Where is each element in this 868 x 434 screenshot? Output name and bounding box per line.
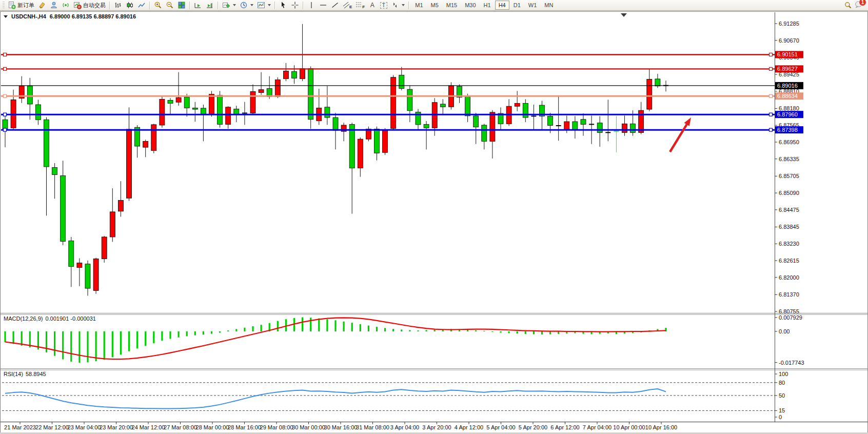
cursor-button[interactable]: [278, 1, 289, 10]
candle-bearish: [349, 124, 354, 168]
chart-canvas[interactable]: 6.912856.906706.900406.894256.888106.881…: [0, 0, 868, 434]
timeframe-m30-button[interactable]: M30: [461, 1, 479, 10]
signal-icon: [62, 1, 70, 9]
line-chart-button[interactable]: [136, 1, 147, 10]
chevron-down-icon: [233, 4, 236, 6]
chevron-down-icon: [268, 4, 271, 6]
chevron-down-icon: [402, 4, 405, 6]
timeframe-m1-button[interactable]: M1: [411, 1, 426, 10]
candle-bearish: [325, 107, 330, 117]
fibonacci-button[interactable]: F: [354, 1, 366, 10]
line-anchor-handle[interactable]: [4, 67, 7, 70]
profile-button[interactable]: [48, 1, 60, 10]
new-order-label: 新订单: [17, 2, 34, 9]
indicators-button[interactable]: [221, 1, 238, 10]
profile-icon: [50, 1, 58, 9]
line-anchor-handle[interactable]: [770, 94, 773, 97]
toolbar-separator: [274, 2, 275, 9]
chart-shift-button[interactable]: [204, 1, 215, 10]
macd-indicator-label: MACD(12,26,9)0.001901 -0.000031: [4, 315, 96, 322]
timeframe-h1-button[interactable]: H1: [480, 1, 495, 10]
time-tick-label: 5 Apr 20:00: [519, 424, 547, 430]
time-tick-label: 5 Apr 04:00: [486, 424, 515, 430]
zoom-out-button[interactable]: [164, 1, 175, 10]
channel-button[interactable]: E: [341, 1, 353, 10]
periods-button[interactable]: [238, 1, 255, 10]
line-anchor-handle[interactable]: [770, 67, 773, 70]
rsi-tick-label: 15: [779, 407, 785, 413]
line-anchor-handle[interactable]: [4, 53, 7, 56]
macd-values: 0.001901 -0.000031: [45, 315, 95, 322]
price-tick-label: 6.83230: [779, 241, 799, 247]
time-tick-label: 3 Apr 20:00: [422, 424, 451, 430]
toolbar-separator: [109, 2, 110, 9]
candle-bearish: [218, 95, 223, 124]
channel-label: E: [349, 5, 352, 9]
arrows-tool-button[interactable]: [389, 1, 406, 10]
time-tick-label: 24 Mar 12:00: [132, 424, 165, 430]
trendline-icon: [331, 1, 339, 9]
time-tick-label: 31 Mar 08:00: [356, 424, 389, 430]
bar-chart-button[interactable]: [112, 1, 124, 10]
tile-windows-icon: [177, 1, 186, 9]
auto-scroll-button[interactable]: [192, 1, 204, 10]
rsi-name: RSI(14): [4, 371, 23, 377]
candlestick-icon: [126, 1, 134, 9]
timeframe-mn-button[interactable]: MN: [541, 1, 557, 10]
zoom-out-icon: [166, 1, 174, 9]
auto-trading-label: 自动交易: [83, 2, 106, 9]
time-tick-label: 27 Mar 08:00: [164, 424, 197, 430]
new-order-button[interactable]: 新订单: [6, 1, 36, 10]
tile-windows-button[interactable]: [176, 1, 187, 10]
fibonacci-icon: [356, 1, 363, 9]
line-anchor-handle[interactable]: [770, 113, 773, 116]
trendline-button[interactable]: [329, 1, 341, 10]
timeframe-d1-button[interactable]: D1: [510, 1, 524, 10]
macd-tick-label: 0.007929: [779, 314, 802, 321]
candle-bullish: [93, 259, 98, 291]
time-tick-label: 23 Mar 04:00: [68, 424, 101, 430]
candle-bearish: [85, 264, 90, 288]
vertical-line-button[interactable]: [306, 1, 317, 10]
candle-bearish: [407, 89, 412, 111]
signal-button[interactable]: [60, 1, 71, 10]
fibonacci-label: F: [362, 5, 365, 9]
candle-bullish: [300, 69, 305, 79]
line-anchor-handle[interactable]: [770, 53, 773, 56]
candle-bearish: [573, 122, 578, 130]
auto-trading-button[interactable]: 自动交易: [72, 1, 107, 10]
timeframe-h4-button[interactable]: H4: [495, 1, 509, 10]
chat-button[interactable]: 1: [854, 0, 863, 11]
text-button[interactable]: A: [367, 1, 378, 10]
line-chart-icon: [137, 1, 146, 9]
symbol-dropdown-icon[interactable]: [4, 15, 8, 18]
candlestick-button[interactable]: [124, 1, 135, 10]
timeframe-m5-button[interactable]: M5: [427, 1, 442, 10]
indicators-icon: [222, 1, 230, 9]
highlighter-button[interactable]: [36, 1, 48, 10]
timeframe-w1-button[interactable]: W1: [525, 1, 541, 10]
line-anchor-handle[interactable]: [4, 94, 7, 97]
search-button[interactable]: [842, 1, 854, 10]
line-anchor-handle[interactable]: [770, 128, 773, 131]
time-tick-label: 21 Mar 2023: [4, 424, 36, 430]
timeframe-m15-button[interactable]: M15: [443, 1, 461, 10]
template-icon: [257, 1, 265, 9]
templates-button[interactable]: [255, 1, 272, 10]
candle-bearish: [465, 96, 470, 115]
time-tick-label: 3 Apr 04:00: [390, 424, 419, 430]
zoom-in-button[interactable]: [152, 1, 164, 10]
text-label-button[interactable]: T: [378, 1, 389, 10]
toolbar-drag-handle[interactable]: [3, 2, 5, 9]
line-anchor-handle[interactable]: [4, 113, 7, 116]
crosshair-button[interactable]: [289, 1, 301, 10]
candle-bearish: [35, 105, 41, 120]
candle-bullish: [259, 90, 264, 93]
candle-bearish: [474, 116, 479, 127]
bar-chart-icon: [114, 1, 122, 9]
price-tick-label: 6.90670: [779, 37, 799, 44]
candle-bullish: [209, 94, 214, 114]
horizontal-line-button[interactable]: [318, 1, 329, 10]
macd-tick-label: 0.00: [779, 328, 790, 334]
line-anchor-handle[interactable]: [4, 128, 7, 131]
